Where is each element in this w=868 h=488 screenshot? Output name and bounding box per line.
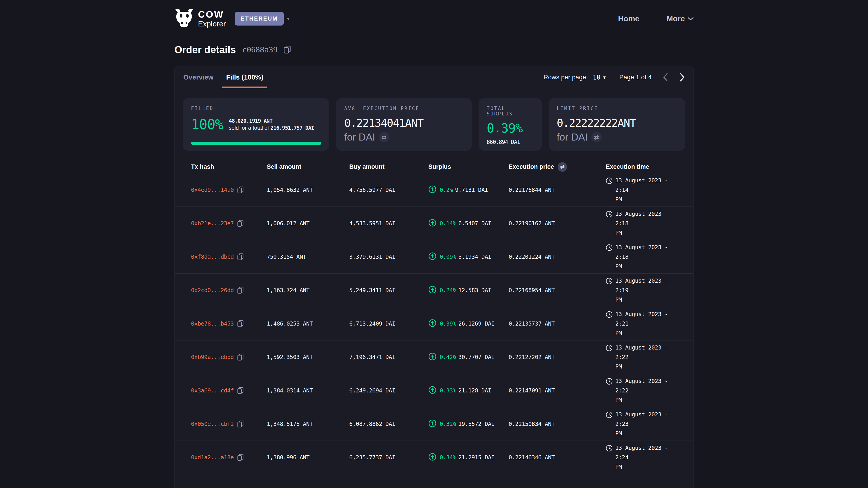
limit-price-label: LIMIT PRICE: [557, 106, 677, 111]
copy-tx-hash-icon[interactable]: [237, 354, 244, 361]
table-row: 0xf8da...dbcd750.3154 ANT3,379.6131 DAI0…: [175, 240, 693, 273]
next-page-button[interactable]: [679, 73, 685, 82]
filled-percent: 100%: [191, 116, 223, 133]
execution-price-cell: 0.22147091 ANT: [508, 387, 606, 394]
previous-page-button[interactable]: [662, 73, 669, 82]
more-chevron-down-icon: [688, 17, 693, 21]
order-hash: c0688a39: [242, 45, 277, 54]
tx-hash-link[interactable]: 0xbe78...b453: [191, 320, 234, 327]
arrow-up-circle-icon: [428, 286, 437, 295]
copy-tx-hash-icon[interactable]: [237, 287, 244, 294]
tab-overview[interactable]: Overview: [179, 66, 217, 88]
copy-tx-hash-icon[interactable]: [237, 186, 244, 194]
copy-order-hash-icon[interactable]: [284, 46, 291, 54]
execution-price-cell: 0.22201224 ANT: [508, 254, 606, 260]
surplus-amount: 12.583 DAI: [458, 287, 491, 293]
copy-tx-hash-icon[interactable]: [237, 454, 244, 461]
sell-amount-cell: 1,380.996 ANT: [267, 454, 349, 461]
clock-icon: [606, 276, 613, 287]
surplus-amount: 21.128 DAI: [458, 387, 491, 394]
execution-price-cell: 0.22127202 ANT: [508, 354, 606, 360]
surplus-amount: 3.1934 DAI: [458, 254, 491, 260]
table-row: 0xbe78...b4531,486.0253 ANT6,713.2409 DA…: [175, 307, 693, 340]
copy-tx-hash-icon[interactable]: [237, 220, 244, 227]
execution-time-cell: 13 August 2023 - 2:23PM: [606, 410, 684, 438]
copy-tx-hash-icon[interactable]: [237, 320, 244, 327]
execution-price-cell: 0.22190162 ANT: [508, 220, 606, 227]
invert-price-icon[interactable]: ⇄: [591, 132, 602, 142]
rows-per-page-caret-icon: ▼: [603, 75, 606, 80]
tx-hash-link[interactable]: 0x050e...cbf2: [191, 421, 234, 427]
copy-tx-hash-icon[interactable]: [237, 253, 244, 260]
buy-amount-cell: 5,249.3411 DAI: [349, 287, 428, 293]
execution-time-cell: 13 August 2023 - 2:21PM: [606, 310, 684, 338]
sell-amount-cell: 1,163.724 ANT: [267, 287, 349, 293]
network-badge[interactable]: ETHEREUM: [235, 12, 284, 26]
limit-price-card: LIMIT PRICE 0.22222222ANT for DAI ⇄: [549, 98, 685, 151]
clock-icon: [606, 343, 613, 354]
surplus-percent: 0.42%: [440, 354, 456, 360]
tx-hash-link[interactable]: 0xb21e...23e7: [191, 220, 234, 227]
table-row: 0xb21e...23e71,006.012 ANT4,533.5951 DAI…: [175, 207, 693, 240]
arrow-up-circle-icon: [428, 319, 437, 328]
execution-time-cell: 13 August 2023 - 2:18PM: [606, 242, 684, 271]
column-execution-price: Execution price ⇄: [508, 162, 606, 172]
surplus-amount: 21.2915 DAI: [458, 454, 495, 461]
invert-price-icon[interactable]: ⇄: [379, 132, 389, 142]
brand-logo[interactable]: COW Explorer: [175, 9, 226, 29]
column-execution-time: Execution time: [606, 163, 684, 170]
surplus-percent: 0.34%: [440, 454, 456, 461]
copy-tx-hash-icon[interactable]: [237, 420, 244, 428]
clock-icon: [606, 310, 613, 321]
column-sell-amount: Sell amount: [267, 163, 349, 170]
tx-hash-link[interactable]: 0x3a69...cd4f: [191, 387, 234, 394]
invert-execution-price-icon[interactable]: ⇄: [558, 162, 567, 172]
clock-icon: [606, 443, 613, 455]
nav-home-link[interactable]: Home: [618, 14, 639, 23]
total-surplus-label: TOTAL SURPLUS: [487, 106, 534, 117]
site-header: COW Explorer ETHEREUM ▾ Home More: [0, 0, 868, 37]
nav-more-menu[interactable]: More: [666, 14, 693, 23]
tx-hash-link[interactable]: 0xb99a...ebbd: [191, 354, 234, 360]
filled-label: FILLED: [191, 106, 321, 111]
surplus-cell: 0.09%3.1934 DAI: [428, 252, 508, 262]
buy-amount-cell: 6,235.7737 DAI: [349, 454, 428, 461]
clock-icon: [606, 209, 613, 221]
sell-amount-cell: 1,006.012 ANT: [267, 220, 349, 227]
tx-hash-link[interactable]: 0xd1a2...a18e: [191, 454, 234, 461]
fills-table-header: Tx hash Sell amount Buy amount Surplus E…: [175, 161, 693, 173]
execution-time-cell: 13 August 2023 - 2:22PM: [606, 343, 684, 371]
surplus-cell: 0.32%19.5572 DAI: [428, 419, 508, 429]
tx-hash-link[interactable]: 0xf8da...dbcd: [191, 254, 234, 260]
avg-execution-price-unit: for DAI: [344, 131, 375, 143]
arrow-up-circle-icon: [428, 352, 437, 362]
arrow-up-circle-icon: [428, 219, 437, 228]
arrow-up-circle-icon: [428, 386, 437, 395]
tab-fills[interactable]: Fills (100%): [222, 66, 268, 88]
surplus-percent: 0.2%: [440, 187, 453, 193]
table-row: 0x4ed9...14a01,054.8632 ANT4,756.5977 DA…: [175, 173, 693, 207]
surplus-cell: 0.2%9.7131 DAI: [428, 185, 508, 195]
surplus-cell: 0.42%30.7707 DAI: [428, 352, 508, 362]
network-chevron-down-icon[interactable]: ▾: [287, 15, 289, 22]
execution-price-cell: 0.22150834 ANT: [508, 421, 606, 427]
sell-amount-cell: 750.3154 ANT: [267, 254, 349, 260]
surplus-amount: 26.1269 DAI: [458, 320, 495, 327]
execution-price-cell: 0.22168954 ANT: [508, 287, 606, 293]
column-tx-hash: Tx hash: [191, 163, 267, 170]
execution-price-cell: 0.22176844 ANT: [508, 187, 606, 193]
filled-sold-total: sold for a total of 216,951.757 DAI: [229, 125, 314, 131]
tx-hash-link[interactable]: 0x2cd0...26dd: [191, 287, 234, 293]
surplus-percent: 0.09%: [440, 254, 456, 260]
buy-amount-cell: 3,379.6131 DAI: [349, 254, 428, 260]
surplus-cell: 0.24%12.583 DAI: [428, 286, 508, 295]
main-content: Order details c0688a39 Overview Fills (1…: [175, 43, 693, 488]
copy-tx-hash-icon[interactable]: [237, 387, 244, 394]
surplus-amount: 19.5572 DAI: [458, 421, 495, 427]
main-nav: Home More: [618, 14, 693, 23]
sell-amount-cell: 1,486.0253 ANT: [267, 320, 349, 327]
tx-hash-link[interactable]: 0x4ed9...14a0: [191, 187, 234, 193]
arrow-up-circle-icon: [428, 252, 437, 262]
table-row: 0xb99a...ebbd1,592.3503 ANT7,196.3471 DA…: [175, 340, 693, 374]
rows-per-page-select[interactable]: 10 ▼: [593, 74, 606, 81]
